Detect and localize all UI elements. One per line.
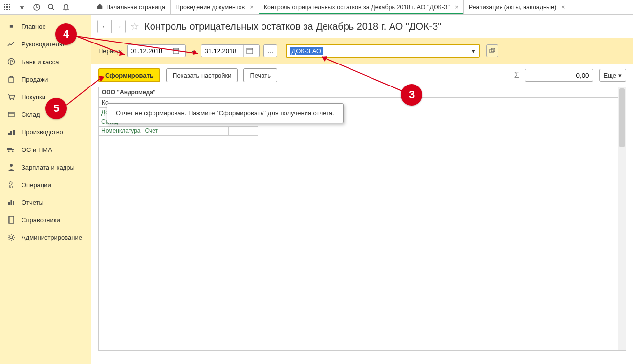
search-icon[interactable] (47, 3, 56, 12)
svg-rect-21 (10, 131, 12, 135)
sidebar-item-sales[interactable]: Продажи (0, 70, 91, 88)
calendar-icon[interactable] (243, 45, 255, 57)
sidebar-item-reports[interactable]: Отчеты (0, 193, 91, 211)
report-cell: Счет (143, 127, 160, 136)
sidebar-item-assets[interactable]: ОС и НМА (0, 141, 91, 158)
sidebar-item-salary[interactable]: Зарплата и кадры (0, 158, 91, 176)
svg-point-33 (10, 236, 13, 239)
scroll-thumb[interactable] (619, 88, 625, 147)
svg-rect-2 (9, 4, 10, 5)
star-icon[interactable]: ★ (18, 3, 26, 12)
svg-point-16 (10, 99, 11, 100)
history-icon[interactable] (32, 3, 41, 12)
sidebar-item-production[interactable]: Производство (0, 123, 91, 141)
close-icon[interactable]: × (250, 3, 254, 11)
period-picker-button[interactable]: … (263, 44, 277, 57)
favorite-star-icon[interactable]: ☆ (131, 21, 139, 32)
bag-icon (7, 75, 16, 84)
svg-rect-42 (173, 48, 179, 54)
date-from-input[interactable] (131, 47, 170, 55)
organization-selected: ДОК-З АО (290, 47, 323, 55)
nav-back-button[interactable]: ← (98, 20, 111, 33)
report-cell (199, 127, 229, 136)
svg-line-39 (13, 239, 14, 240)
svg-rect-24 (12, 149, 14, 150)
calendar-icon[interactable] (170, 45, 181, 57)
date-from-field[interactable] (127, 44, 186, 57)
sidebar-item-label: Операции (22, 181, 51, 189)
sidebar-item-label: Зарплата и кадры (22, 164, 75, 171)
sidebar-item-label: Главное (22, 23, 46, 30)
main-area: ← → ☆ Контроль отрицательных остатков за… (91, 15, 633, 364)
svg-rect-23 (7, 148, 12, 150)
svg-rect-8 (9, 9, 10, 10)
callout-3: 3 (401, 84, 422, 106)
bell-icon[interactable] (62, 3, 70, 12)
svg-rect-20 (8, 133, 10, 135)
sidebar-item-label: Покупки (22, 93, 45, 101)
button-label: Печать (250, 72, 271, 79)
svg-point-27 (10, 164, 13, 167)
generate-button[interactable]: Сформировать (98, 68, 160, 82)
total-field[interactable] (525, 69, 593, 82)
sidebar-item-label: Склад (22, 111, 40, 118)
tab-label: Начальная страница (106, 4, 165, 11)
print-button[interactable]: Печать (243, 68, 277, 82)
box-icon (7, 110, 16, 119)
svg-rect-29 (11, 200, 12, 205)
apps-icon[interactable] (3, 3, 12, 12)
sidebar-item-manager[interactable]: Руководителю (0, 35, 91, 53)
sidebar-item-label: Продажи (22, 76, 48, 83)
sidebar-item-label: Справочники (22, 216, 60, 224)
svg-rect-0 (4, 4, 5, 5)
vertical-scrollbar[interactable] (618, 87, 626, 350)
sidebar-item-operations[interactable]: ДтКтОперации (0, 176, 91, 193)
svg-rect-6 (4, 9, 5, 10)
tab-realization[interactable]: Реализация (акты, накладные) × (464, 0, 570, 14)
organization-field[interactable]: ДОК-З АО (287, 45, 468, 57)
callout-5: 5 (45, 98, 67, 119)
tab-posting[interactable]: Проведение документов × (171, 0, 259, 14)
close-icon[interactable]: × (455, 3, 458, 11)
organization-field-wrap: ДОК-З АО ▾ (286, 44, 480, 58)
svg-point-25 (8, 151, 10, 152)
gear-icon (7, 233, 16, 242)
sidebar-item-purchases[interactable]: Покупки (0, 88, 91, 106)
open-external-button[interactable] (486, 44, 498, 57)
button-label: Сформировать (105, 72, 153, 79)
sidebar-item-main[interactable]: ≡Главное (0, 18, 91, 35)
svg-point-17 (13, 99, 14, 100)
callout-4: 4 (55, 23, 77, 45)
sidebar-item-admin[interactable]: Администрирование (0, 229, 91, 246)
report-cell: Номенклатура (99, 127, 143, 136)
nav-forward-button[interactable]: → (111, 20, 125, 33)
svg-line-40 (9, 239, 10, 240)
period-label: Период: (98, 47, 122, 55)
sidebar-item-references[interactable]: Справочники (0, 211, 91, 229)
cart-icon (7, 92, 16, 101)
tab-home[interactable]: Начальная страница (91, 0, 171, 14)
close-icon[interactable]: × (561, 3, 565, 11)
sigma-icon[interactable]: Σ (514, 71, 519, 80)
report-area: ООО "Андромеда" Ко До Склад Номенклатура… (98, 87, 626, 351)
dtkt-icon: ДтКт (7, 180, 16, 189)
chevron-down-icon: ▾ (618, 72, 622, 79)
button-label: Показать настройки (173, 72, 231, 79)
tab-negative-control[interactable]: Контроль отрицательных остатков за Декаб… (259, 0, 464, 14)
svg-rect-5 (9, 6, 10, 8)
svg-rect-44 (247, 48, 253, 54)
show-settings-button[interactable]: Показать настройки (166, 68, 238, 82)
more-button[interactable]: Еще▾ (599, 69, 626, 82)
chart-icon (7, 40, 16, 48)
sidebar-item-label: Банк и касса (22, 58, 59, 65)
svg-rect-18 (8, 112, 14, 117)
truck-icon (7, 145, 16, 154)
date-to-input[interactable] (204, 47, 243, 55)
sidebar-item-bank[interactable]: ₽Банк и касса (0, 53, 91, 70)
chevron-down-icon[interactable]: ▾ (468, 45, 479, 57)
person-icon (7, 163, 16, 171)
svg-rect-22 (13, 130, 15, 135)
date-to-field[interactable] (201, 44, 260, 57)
sidebar: ≡Главное Руководителю ₽Банк и касса Прод… (0, 15, 91, 364)
top-toolbar: ★ (0, 0, 91, 14)
